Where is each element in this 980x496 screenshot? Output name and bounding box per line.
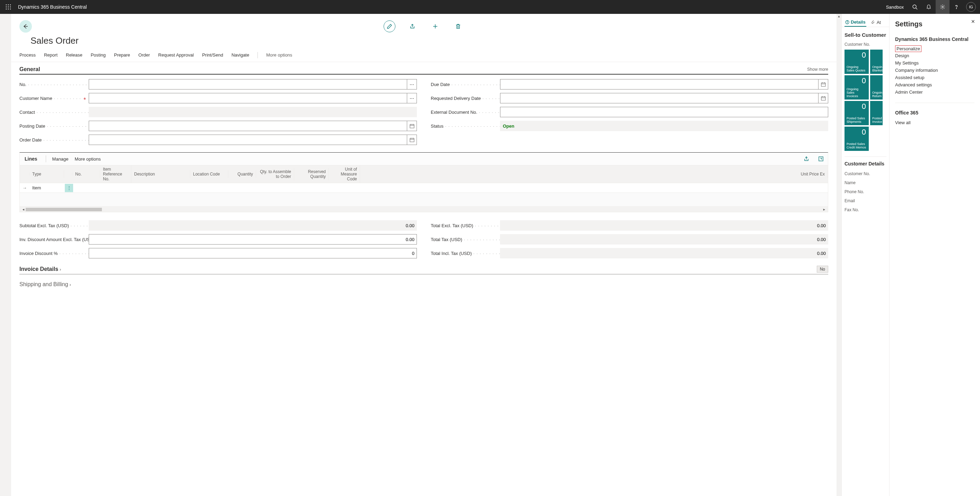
input-inv-disc-pct[interactable] bbox=[89, 248, 417, 258]
factbox-sell-to-title[interactable]: Sell-to Customer bbox=[842, 27, 889, 41]
vertical-scrollbar[interactable]: ▲ bbox=[837, 14, 842, 496]
label-order-date: Order Date bbox=[19, 137, 41, 142]
col-qty-assemble[interactable]: Qty. to Assemble to Order bbox=[256, 168, 294, 180]
action-release[interactable]: Release bbox=[66, 51, 83, 59]
tile-ongoing-invoices[interactable]: 0Ongoing Sales Invoices bbox=[845, 75, 869, 100]
delete-button[interactable] bbox=[452, 21, 464, 32]
value-status: Open bbox=[500, 121, 828, 131]
col-uom[interactable]: Unit of Measure Code bbox=[329, 166, 360, 183]
lines-more[interactable]: More options bbox=[75, 156, 101, 162]
svg-point-1 bbox=[8, 5, 9, 6]
action-request-approval[interactable]: Request Approval bbox=[158, 51, 194, 59]
action-report[interactable]: Report bbox=[44, 51, 57, 59]
tile-posted-invoice[interactable]: Posted Invoice bbox=[870, 101, 883, 125]
app-launcher[interactable] bbox=[2, 0, 15, 14]
cust-detail-name: Name bbox=[842, 178, 889, 187]
settings-company-info[interactable]: Company information bbox=[895, 67, 974, 74]
section-invoice-details[interactable]: Invoice Details bbox=[19, 266, 58, 272]
factbox-customer-details-title[interactable]: Customer Details bbox=[842, 161, 889, 169]
date-picker-posting[interactable] bbox=[407, 121, 417, 131]
user-avatar[interactable]: IG bbox=[966, 2, 976, 12]
col-item-ref[interactable]: Item Reference No. bbox=[100, 166, 131, 183]
svg-point-12 bbox=[942, 6, 943, 8]
table-row[interactable]: → Item ⋮ bbox=[19, 183, 828, 193]
settings-view-all[interactable]: View all bbox=[895, 119, 974, 126]
input-requested-delivery[interactable] bbox=[500, 93, 819, 104]
svg-rect-20 bbox=[410, 139, 414, 142]
chevron-right-icon: › bbox=[70, 282, 71, 287]
label-total-excl: Total Excl. Tax (USD) bbox=[431, 223, 473, 228]
settings-advanced[interactable]: Advanced settings bbox=[895, 81, 974, 88]
input-order-date[interactable] bbox=[89, 135, 407, 145]
settings-assisted-setup[interactable]: Assisted setup bbox=[895, 74, 974, 81]
col-unit-price[interactable]: Unit Price Ex bbox=[360, 170, 828, 178]
help-button[interactable] bbox=[950, 0, 963, 14]
svg-point-6 bbox=[6, 9, 7, 10]
cust-detail-no: Customer No. bbox=[842, 169, 889, 178]
input-posting-date[interactable] bbox=[89, 121, 407, 131]
notifications-button[interactable] bbox=[922, 0, 935, 14]
section-general-title[interactable]: General bbox=[19, 66, 807, 72]
tile-ongoing-return[interactable]: Ongoin Return bbox=[870, 75, 883, 100]
value-total-incl bbox=[500, 248, 828, 258]
back-button[interactable] bbox=[19, 20, 32, 33]
close-icon[interactable]: ✕ bbox=[971, 19, 975, 24]
factbox-tab-details[interactable]: Details bbox=[845, 18, 866, 27]
edit-button[interactable] bbox=[383, 21, 395, 32]
label-total-incl: Total Incl. Tax (USD) bbox=[431, 251, 472, 256]
settings-button[interactable] bbox=[935, 0, 950, 14]
col-quantity[interactable]: Quantity bbox=[228, 170, 256, 178]
horizontal-scrollbar[interactable]: ◄ ► bbox=[19, 207, 828, 212]
row-menu-button[interactable]: ⋮ bbox=[65, 184, 73, 192]
share-button[interactable] bbox=[406, 21, 418, 32]
col-no[interactable]: No. bbox=[72, 170, 100, 178]
tile-ongoing-quotes[interactable]: 0Ongoing Sales Quotes bbox=[845, 49, 869, 74]
svg-rect-16 bbox=[410, 124, 414, 128]
lookup-customer-name[interactable]: ⋯ bbox=[407, 93, 417, 104]
required-icon: * bbox=[83, 96, 87, 101]
action-more-options[interactable]: More options bbox=[266, 51, 292, 59]
settings-personalize[interactable]: Personalize bbox=[895, 45, 921, 52]
action-posting[interactable]: Posting bbox=[91, 51, 106, 59]
environment-label: Sandbox bbox=[883, 5, 907, 10]
input-inv-disc-amt[interactable] bbox=[89, 234, 417, 244]
settings-design[interactable]: Design bbox=[895, 52, 974, 59]
col-location[interactable]: Location Code bbox=[190, 170, 228, 178]
date-picker-due[interactable] bbox=[819, 79, 828, 89]
cell-type[interactable]: Item bbox=[29, 185, 64, 191]
date-picker-order[interactable] bbox=[407, 135, 417, 145]
input-due-date[interactable] bbox=[500, 79, 819, 89]
date-picker-requested[interactable] bbox=[819, 93, 828, 104]
input-external-doc[interactable] bbox=[500, 107, 828, 117]
label-inv-disc-pct: Invoice Discount % bbox=[19, 251, 58, 256]
action-prepare[interactable]: Prepare bbox=[114, 51, 130, 59]
lines-share-icon[interactable] bbox=[802, 156, 811, 162]
section-shipping-billing[interactable]: Shipping and Billing bbox=[19, 281, 68, 287]
action-order[interactable]: Order bbox=[138, 51, 150, 59]
label-subtotal: Subtotal Excl. Tax (USD) bbox=[19, 223, 69, 228]
tile-posted-shipments[interactable]: 0Posted Sales Shipments bbox=[845, 101, 869, 125]
settings-title: Settings bbox=[895, 20, 974, 28]
col-type[interactable]: Type bbox=[29, 170, 64, 178]
label-external-doc: External Document No. bbox=[431, 110, 477, 115]
action-process[interactable]: Process bbox=[19, 51, 36, 59]
action-print-send[interactable]: Print/Send bbox=[202, 51, 223, 59]
col-reserved[interactable]: Reserved Quantity bbox=[294, 168, 329, 180]
col-description[interactable]: Description bbox=[131, 170, 190, 178]
tile-ongoing-blanket[interactable]: Ongoin Blanket bbox=[870, 49, 883, 74]
search-button[interactable] bbox=[908, 0, 922, 14]
tile-posted-credit-memos[interactable]: 0Posted Sales Credit Memos bbox=[845, 127, 869, 151]
new-button[interactable] bbox=[430, 21, 441, 32]
show-more-link[interactable]: Show more bbox=[807, 67, 828, 72]
lines-manage[interactable]: Manage bbox=[52, 156, 68, 162]
app-title: Dynamics 365 Business Central bbox=[18, 4, 87, 10]
factbox-tab-attachments[interactable]: At bbox=[870, 18, 881, 27]
settings-admin-center[interactable]: Admin Center bbox=[895, 88, 974, 96]
settings-my-settings[interactable]: My Settings bbox=[895, 59, 974, 67]
lines-expand-icon[interactable] bbox=[817, 156, 825, 162]
action-navigate[interactable]: Navigate bbox=[231, 51, 249, 59]
input-no[interactable] bbox=[89, 79, 407, 89]
lookup-no[interactable]: ⋯ bbox=[407, 79, 417, 89]
lines-title[interactable]: Lines bbox=[22, 156, 40, 162]
input-customer-name[interactable] bbox=[89, 93, 407, 104]
